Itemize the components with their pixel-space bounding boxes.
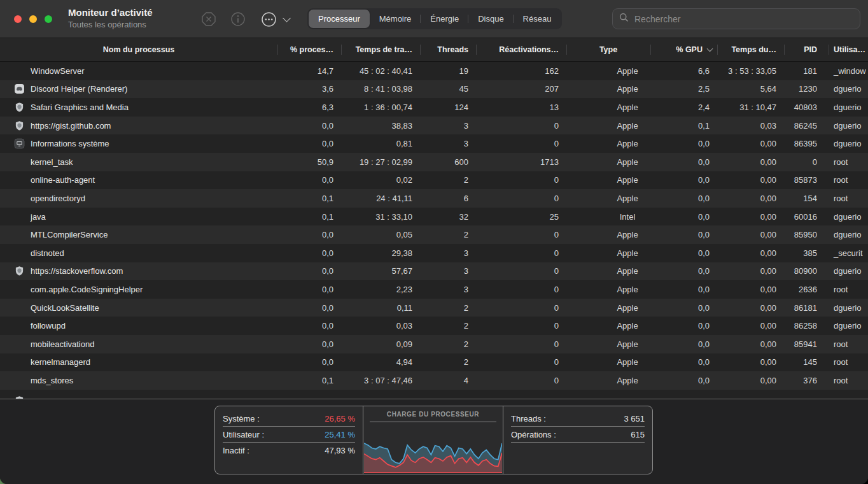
process-name-cell: mds_stores bbox=[0, 371, 277, 390]
table-row[interactable]: online-auth-agent0,00,0220Apple0,00,0085… bbox=[0, 171, 868, 190]
cell-cpu: 0,0 bbox=[277, 117, 341, 135]
ellipsis-circle-icon bbox=[260, 11, 277, 28]
cell-gpu: 0,0 bbox=[650, 171, 717, 190]
tab-processeur[interactable]: Processeur bbox=[309, 10, 370, 28]
table-row[interactable]: MTLCompilerService0,00,0520Apple0,00,008… bbox=[0, 225, 868, 244]
column-header-threads[interactable]: Threads bbox=[420, 38, 476, 61]
process-name-cell: https://gist.github.com bbox=[0, 117, 277, 135]
search-input[interactable] bbox=[633, 13, 853, 25]
cell-pid: 0 bbox=[784, 153, 829, 171]
table-row[interactable]: mds_stores0,13 : 07 : 47,4640Apple0,00,0… bbox=[0, 371, 868, 390]
minimize-window-button[interactable] bbox=[29, 15, 37, 23]
table-row[interactable]: opendirectoryd0,124 : 41,1160Apple0,00,0… bbox=[0, 189, 868, 208]
table-row[interactable]: https://stackoverflow.com0,057,6730Apple… bbox=[0, 262, 868, 281]
cell-gpu_time: 0,00 bbox=[717, 153, 784, 171]
cpu-usage-stats: Système :26,65 %Utilisateur :25,41 %Inac… bbox=[215, 406, 363, 474]
cell-user: dguerio bbox=[829, 299, 868, 317]
table-row[interactable]: mobileactivationd0,00,0920Apple0,00,0085… bbox=[0, 335, 868, 353]
process-name: kernelmanagerd bbox=[31, 357, 90, 367]
cell-cpu: 0,0 bbox=[277, 299, 341, 317]
process-name-cell: mobileactivationd bbox=[0, 335, 277, 353]
zoom-window-button[interactable] bbox=[45, 15, 52, 23]
cell-gpu_time: 0,00 bbox=[717, 189, 784, 208]
cell-threads: 2 bbox=[420, 317, 476, 335]
cell-time: 0,05 bbox=[341, 225, 420, 244]
more-options-chevron[interactable] bbox=[277, 10, 295, 28]
cell-idle_wake: 13 bbox=[476, 98, 566, 117]
column-header-idle_wake[interactable]: Réactivations… bbox=[476, 38, 566, 61]
cell-time: 3 : 07 : 47,46 bbox=[341, 371, 420, 390]
cell-time: 2,23 bbox=[341, 280, 420, 299]
cell-cpu: 0,0 bbox=[277, 335, 341, 353]
column-header-label: % GPU bbox=[676, 45, 703, 54]
stat-value: 26,65 % bbox=[325, 414, 355, 424]
cell-user: dguerio bbox=[829, 134, 868, 153]
quit-process-button[interactable] bbox=[200, 10, 218, 28]
close-window-button[interactable] bbox=[14, 15, 22, 23]
process-name-cell: followupd bbox=[0, 317, 277, 335]
column-header-gpu[interactable]: % GPU bbox=[650, 38, 717, 61]
column-header-type[interactable]: Type bbox=[566, 38, 650, 61]
tab-reseau[interactable]: Réseau bbox=[514, 10, 561, 28]
column-header-pid[interactable]: PID bbox=[784, 38, 829, 61]
app-icon-placeholder bbox=[14, 211, 25, 222]
search-field[interactable] bbox=[612, 8, 860, 29]
cell-user: root bbox=[829, 171, 868, 190]
cell-threads: 2 bbox=[420, 299, 476, 317]
more-options-button[interactable] bbox=[260, 10, 277, 28]
cell-pid: 85941 bbox=[784, 335, 829, 353]
table-row[interactable]: distnoted0,029,3830Apple0,00,00385_secur… bbox=[0, 244, 868, 262]
table-row[interactable]: java0,131 : 33,103225Intel0,00,0060016dg… bbox=[0, 208, 868, 226]
process-name: kernel_task bbox=[31, 157, 73, 167]
cell-cpu: 0,0 bbox=[277, 171, 341, 190]
column-header-time[interactable]: Temps de tra… bbox=[341, 38, 420, 61]
cell-idle_wake: 0 bbox=[476, 280, 566, 299]
activity-monitor-window: Moniteur d’activité Toutes les opération… bbox=[0, 0, 868, 484]
cell-gpu_time: 0,03 bbox=[717, 117, 784, 135]
column-header-label: Type bbox=[599, 45, 617, 54]
app-icon-placeholder bbox=[14, 302, 25, 313]
table-row[interactable]: https://gist.github.com0,038,8330Apple0,… bbox=[0, 117, 868, 135]
column-header-gpu_time[interactable]: Temps du… bbox=[717, 38, 784, 61]
cell-cpu: 6,3 bbox=[277, 98, 341, 117]
column-header-cpu[interactable]: % proces… bbox=[277, 38, 341, 61]
tab-disque[interactable]: Disque bbox=[468, 10, 513, 28]
table-row[interactable]: followupd0,00,0320Apple0,00,0086258dguer… bbox=[0, 317, 868, 335]
table-row[interactable]: Safari Graphics and Media6,31 : 36 : 00,… bbox=[0, 98, 868, 117]
column-header-user[interactable]: Utilisa… bbox=[829, 38, 868, 61]
cell-gpu: 0,0 bbox=[650, 244, 717, 262]
cell-idle_wake: 0 bbox=[476, 262, 566, 281]
cell-user: root bbox=[829, 153, 868, 171]
window-subtitle: Toutes les opérations bbox=[68, 19, 153, 31]
cell-idle_wake: 0 bbox=[476, 225, 566, 244]
table-row[interactable]: Informations système0,00,8130Apple0,00,0… bbox=[0, 134, 868, 153]
tab-memoire[interactable]: Mémoire bbox=[370, 10, 421, 28]
table-row[interactable]: WindowServer14,745 : 02 : 40,4119162Appl… bbox=[0, 62, 868, 80]
table-row[interactable]: kernel_task50,919 : 27 : 02,996001713App… bbox=[0, 153, 868, 171]
tab-label: Disque bbox=[478, 14, 503, 24]
cell-time: 4,94 bbox=[341, 353, 420, 372]
cell-type: Apple bbox=[566, 117, 650, 135]
cell-threads: 2 bbox=[420, 225, 476, 244]
cell-type: Apple bbox=[566, 299, 650, 317]
shield-app-icon bbox=[14, 395, 25, 399]
table-row[interactable]: kernelmanagerd0,04,9420Apple0,00,00145ro… bbox=[0, 353, 868, 372]
process-name: distnoted bbox=[31, 248, 64, 258]
cell-cpu: 50,9 bbox=[277, 153, 341, 171]
table-row-partial[interactable] bbox=[0, 390, 868, 399]
cell-gpu: 0,0 bbox=[650, 317, 717, 335]
inspect-process-button[interactable] bbox=[229, 10, 247, 28]
cell-user: root bbox=[829, 335, 868, 353]
chevron-down-icon bbox=[283, 14, 291, 22]
cell-pid: 154 bbox=[784, 189, 829, 208]
shield-app-icon bbox=[14, 120, 25, 131]
cell-cpu: 0,0 bbox=[277, 225, 341, 244]
table-row[interactable]: Discord Helper (Renderer)3,68 : 41 : 03,… bbox=[0, 80, 868, 99]
table-row[interactable]: QuickLookSatellite0,00,1120Apple0,00,008… bbox=[0, 299, 868, 317]
column-header-label: Temps du… bbox=[731, 45, 776, 54]
process-name-cell: com.apple.CodeSigningHelper bbox=[0, 280, 277, 299]
table-row[interactable]: com.apple.CodeSigningHelper0,02,2330Appl… bbox=[0, 280, 868, 299]
tab-energie[interactable]: Énergie bbox=[421, 10, 468, 28]
cell-gpu: 0,0 bbox=[650, 371, 717, 390]
column-header-name[interactable]: Nom du processus bbox=[0, 38, 277, 61]
